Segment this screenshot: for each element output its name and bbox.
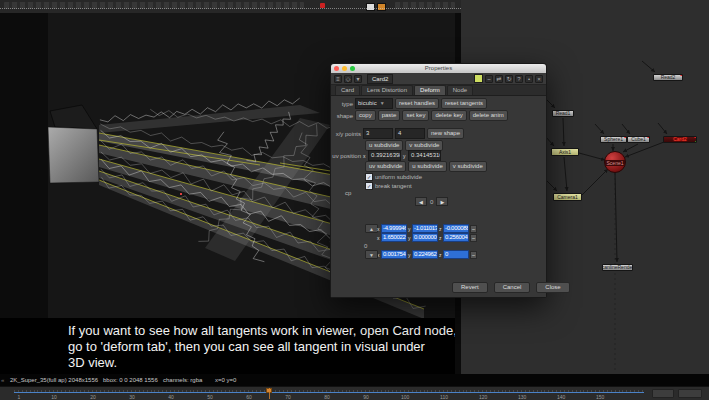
deform-tab-content: type bicubic▼ reset handles reset tangen… [331,96,546,297]
vector-2-z-field[interactable]: 0 [443,250,469,259]
tab-node[interactable]: Node [447,85,473,95]
frame-tick-label: 90 [363,394,369,400]
frame-tick-label: 100 [401,394,409,400]
vector-1-x-field[interactable]: 1.65002200 [381,233,407,242]
timeline-range-button[interactable] [652,389,674,398]
node-label: Sphere1 [604,137,623,142]
vector-2-y-field[interactable]: 0.22496279 [412,250,438,259]
uv-x-prefix: x [363,153,366,159]
cp-index: 0 [364,243,367,249]
prev-cp-button[interactable]: ◀ [415,197,427,206]
tutorial-caption: If you want to see how all tangents work… [0,318,461,374]
delete-key-button[interactable]: delete key [431,110,466,121]
x-points-field[interactable]: 3 [363,128,393,139]
node-error-dot [694,136,697,138]
break-tangent-checkbox[interactable] [365,182,373,190]
tab-card[interactable]: Card [335,85,360,95]
next-cp-button[interactable]: ▶ [436,197,448,206]
node-card2[interactable]: Card2 [663,136,697,143]
axis-y-prefix: y [408,252,411,258]
animation-curve-icon[interactable]: ~ [470,225,477,233]
v-subdivide-button[interactable]: v subdivide [449,161,487,172]
reset-tangents-button[interactable]: reset tangents [441,98,487,109]
uv-subdivide-button[interactable]: uv subdivide [365,161,406,172]
axis-y-prefix: y [408,226,411,232]
nuke-application-window: If you want to see how all tangents work… [0,0,709,400]
switch-io-icon[interactable]: ⇄ [495,75,503,83]
viewport-left-dark-band [0,13,48,318]
properties-tab-bar: CardLens DistortionDeformNode [331,85,546,96]
node-scene1[interactable]: Scene1 [604,151,626,173]
frame-tick-label: 80 [324,394,330,400]
frame-tick-label: 30 [129,394,135,400]
node-axis1[interactable]: Axis1 [551,148,579,156]
lock-icon[interactable]: • [525,75,533,83]
close-button[interactable]: Close [536,282,569,293]
node-sphere1[interactable]: Sphere1 [600,136,627,143]
tab-lens-distortion[interactable]: Lens Distortion [361,85,413,95]
node-label: ScanlineRender1 [602,265,633,270]
node-read1[interactable]: Read1 [552,110,574,117]
reset-handles-button[interactable]: reset handles [395,98,439,109]
node-name-field[interactable]: Card2 [367,74,393,84]
node-scanlinerender1[interactable]: ScanlineRender1 [602,264,633,271]
timeline-lock-button[interactable] [678,389,702,398]
new-shape-button[interactable]: new shape [427,128,464,139]
tab-deform[interactable]: Deform [414,85,446,95]
vector-1-z-field[interactable]: 0.25600497 [443,233,469,242]
gamma-swatch[interactable] [377,3,386,11]
animation-curve-icon[interactable]: ~ [470,234,477,242]
timeline[interactable]: 1102030405060708090100110120130140150 [0,386,709,400]
properties-titlebar[interactable]: Properties [331,64,546,73]
tangent-vector-row: x-4.9999464y-1.0110133z-0.0000886~ [377,224,477,233]
axis-x-prefix: x [377,235,380,241]
paste-button[interactable]: paste [378,110,401,121]
close-panel-icon[interactable]: × [535,75,543,83]
revert-icon[interactable]: ↻ [505,75,513,83]
center-node-icon[interactable]: ◇ [344,75,352,83]
pick-color-icon[interactable]: ▾ [354,75,362,83]
node-label: Axis1 [559,150,571,155]
card-front-face [48,127,99,183]
vector-0-y-field[interactable]: -1.0110133 [412,224,438,233]
cursor-coords: x=0 y=0 [215,377,236,383]
uniform-subdivide-checkbox[interactable] [365,173,373,181]
uv-x-field[interactable]: 0.39216398 [368,150,401,161]
u-subdivide-button[interactable]: u subdivide [408,161,446,172]
copy-button[interactable]: copy [355,110,376,121]
gain-swatch[interactable] [366,3,375,11]
tangent-down-button[interactable]: ▼ [365,250,378,259]
animation-curve-icon[interactable]: ~ [470,251,477,259]
frame-tick-label: 120 [479,394,487,400]
vector-0-x-field[interactable]: -4.9999464 [381,224,407,233]
node-read2[interactable]: Read2 [653,74,683,81]
vector-2-x-field[interactable]: 0.00175492 [381,250,407,259]
set-key-button[interactable]: set key [402,110,429,121]
node-camera1[interactable]: Camera1 [553,193,582,201]
cp-label: cp [345,190,351,196]
y-points-field[interactable]: 4 [395,128,425,139]
frame-tick-label: 130 [518,394,526,400]
curve-editor-icon[interactable]: ~ [485,75,493,83]
caption-line: 3D view. [0,355,461,371]
properties-window[interactable]: Properties ≡ ◇ ▾ Card2 ~ ⇄ ↻ ? • × CardL… [330,63,547,298]
window-title: Properties [331,64,546,73]
type-label: type [331,101,353,107]
vector-1-y-field[interactable]: 0.00000001 [412,233,438,242]
node-color-swatch[interactable] [474,74,483,83]
cancel-button[interactable]: Cancel [494,282,531,293]
type-dropdown[interactable]: bicubic▼ [355,98,393,109]
help-icon[interactable]: ? [515,75,523,83]
float-panel-icon[interactable]: ≡ [334,75,342,83]
delete-anim-button[interactable]: delete anim [469,110,508,121]
chevron-left-icon[interactable]: « [1,377,4,383]
break-tangent-label: break tangent [375,183,412,189]
node-cube1[interactable]: Cube1 [627,136,650,143]
uv-y-field[interactable]: 0.34145316 [408,150,441,161]
caption-line: If you want to see how all tangents work… [0,323,461,339]
node-selected-dot [695,141,697,143]
axis-z-prefix: z [439,235,442,241]
revert-button[interactable]: Revert [452,282,488,293]
frame-tick-label: 1 [18,394,21,400]
vector-0-z-field[interactable]: -0.0000886 [443,224,469,233]
